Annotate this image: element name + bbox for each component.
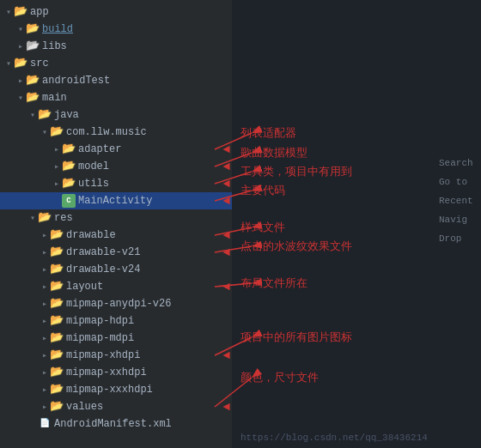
recent-button[interactable]: Recent (434, 192, 481, 209)
file-label-mipmap-hdpi: mipmap-hdpi (66, 315, 134, 327)
tree-arrow-java (27, 110, 38, 120)
tree-arrow-com.llw.music (40, 127, 50, 137)
file-label-androidTest: androidTest (42, 75, 110, 87)
tree-arrow-mipmap-anydpi-v26 (40, 299, 50, 309)
tree-arrow-app (3, 7, 14, 17)
annotation-utils: 工具类，项目中有用到 (240, 164, 352, 179)
tree-item-libs[interactable]: 📂libs (0, 38, 232, 55)
file-label-app: app (30, 6, 49, 18)
file-tree: 📂app📂build📂libs📂src📂androidTest📂main📂jav… (0, 0, 232, 436)
tree-item-src[interactable]: 📂src (0, 55, 232, 72)
file-label-utils: utils (78, 178, 109, 190)
file-tree-panel: 📂app📂build📂libs📂src📂androidTest📂main📂jav… (0, 0, 232, 448)
tree-item-MainActivity[interactable]: CMainActivity◄ (0, 192, 232, 209)
file-label-drawable-v24: drawable-v24 (66, 263, 140, 275)
file-label-values: values (66, 401, 103, 413)
tree-arrow-res (27, 213, 38, 223)
file-icon-mipmap-xxhdpi: 📂 (50, 366, 64, 379)
file-label-java: java (54, 109, 79, 121)
file-icon-src: 📂 (14, 57, 27, 70)
tree-item-main[interactable]: 📂main (0, 89, 232, 106)
annotation-mipmap-xhdpi: 项目中的所有图片图标 (240, 330, 352, 345)
tree-item-build[interactable]: 📂build (0, 21, 232, 38)
file-icon-mipmap-xxxhdpi: 📂 (50, 383, 64, 397)
file-label-mipmap-xhdpi: mipmap-xhdpi (66, 349, 140, 361)
tree-item-res[interactable]: 📂res (0, 209, 232, 227)
tree-item-mipmap-mdpi[interactable]: 📂mipmap-mdpi (0, 330, 232, 347)
file-icon-java: 📂 (38, 108, 52, 122)
tree-item-adapter[interactable]: 📂adapter◄ (0, 141, 232, 158)
tree-item-mipmap-hdpi[interactable]: 📂mipmap-hdpi (0, 312, 232, 330)
tree-arrow-mipmap-hdpi (40, 316, 50, 326)
tree-item-com.llw.music[interactable]: 📂com.llw.music (0, 124, 232, 141)
drop-button[interactable]: Drop (434, 230, 481, 247)
tree-arrow-androidTest (15, 76, 26, 86)
file-label-res: res (54, 212, 73, 224)
file-label-drawable-v21: drawable-v21 (66, 246, 140, 258)
file-label-com.llw.music: com.llw.music (66, 126, 147, 138)
file-label-AndroidManifest.xml: AndroidManifest.xml (54, 418, 172, 430)
tree-item-values[interactable]: 📂values◄ (0, 398, 232, 415)
tree-item-drawable-v24[interactable]: 📂drawable-v24 (0, 261, 232, 278)
annotation-drawable: 样式文件 (240, 220, 285, 235)
annotation-drawable-v21: 点击的水波纹效果文件 (240, 239, 352, 254)
file-label-libs: libs (42, 40, 67, 52)
tree-item-model[interactable]: 📂model◄ (0, 158, 232, 175)
file-icon-layout: 📂 (50, 280, 64, 294)
file-label-build: build (42, 23, 73, 35)
tree-arrow-libs (15, 41, 26, 51)
tree-item-mipmap-xhdpi[interactable]: 📂mipmap-xhdpi◄ (0, 347, 232, 364)
search-button[interactable]: Search (434, 154, 481, 172)
tree-item-app[interactable]: 📂app (0, 3, 232, 21)
file-label-mipmap-xxhdpi: mipmap-xxhdpi (66, 366, 147, 378)
annotation-layout: 布局文件所在 (240, 275, 307, 291)
file-label-adapter: adapter (78, 143, 121, 155)
tree-arrow-main (15, 93, 26, 103)
file-label-mipmap-mdpi: mipmap-mdpi (66, 332, 134, 344)
file-icon-build: 📂 (26, 22, 40, 36)
file-icon-com.llw.music: 📂 (50, 125, 64, 139)
tree-item-mipmap-xxhdpi[interactable]: 📂mipmap-xxhdpi (0, 364, 232, 381)
tree-arrow-model (52, 161, 62, 172)
navigate-button[interactable]: Navig (434, 211, 481, 228)
tree-item-AndroidManifest.xml[interactable]: 📄AndroidManifest.xml (0, 415, 232, 433)
tree-arrow-values (40, 402, 50, 412)
tree-arrow-layout (40, 282, 50, 292)
annotation-model: 歌曲数据模型 (240, 145, 307, 160)
tree-item-drawable[interactable]: 📂drawable◄ (0, 227, 232, 244)
file-label-mipmap-xxxhdpi: mipmap-xxxhdpi (66, 384, 153, 396)
file-icon-utils: 📂 (62, 177, 76, 191)
file-icon-mipmap-anydpi-v26: 📂 (50, 297, 64, 311)
annotation-panel: Search Go to Recent Navig Drop https://b… (232, 0, 481, 448)
tree-item-layout[interactable]: 📂layout◄ (0, 278, 232, 295)
tree-arrow-mipmap-xhdpi (40, 350, 50, 360)
annotation-values: 颜色，尺寸文件 (240, 370, 319, 385)
tree-item-androidTest[interactable]: 📂androidTest (0, 72, 232, 89)
file-icon-AndroidManifest.xml: 📄 (38, 417, 52, 431)
tree-arrow-mipmap-xxhdpi (40, 367, 50, 378)
file-icon-model: 📂 (62, 160, 76, 173)
file-label-main: main (42, 92, 67, 104)
file-icon-res: 📂 (38, 211, 52, 225)
tree-arrow-drawable (40, 230, 50, 240)
file-icon-mipmap-mdpi: 📂 (50, 331, 64, 345)
tree-item-java[interactable]: 📂java (0, 106, 232, 124)
file-icon-adapter: 📂 (62, 142, 76, 156)
tree-arrow-drawable-v21 (40, 247, 50, 257)
file-icon-app: 📂 (14, 5, 27, 19)
file-icon-libs: 📂 (26, 39, 40, 53)
tree-item-mipmap-anydpi-v26[interactable]: 📂mipmap-anydpi-v26 (0, 295, 232, 312)
goto-button[interactable]: Go to (434, 173, 481, 191)
file-icon-mipmap-xhdpi: 📂 (50, 348, 64, 362)
tree-arrow-mipmap-mdpi (40, 333, 50, 343)
tree-item-drawable-v21[interactable]: 📂drawable-v21◄ (0, 244, 232, 261)
file-icon-drawable-v24: 📂 (50, 263, 64, 276)
tree-item-mipmap-xxxhdpi[interactable]: 📂mipmap-xxxhdpi (0, 381, 232, 398)
tree-arrow-src (3, 58, 14, 69)
file-icon-drawable: 📂 (50, 228, 64, 242)
tree-arrow-adapter (52, 144, 62, 154)
tree-item-utils[interactable]: 📂utils◄ (0, 175, 232, 192)
tree-arrow-utils (52, 179, 62, 189)
file-label-src: src (30, 58, 49, 70)
file-icon-values: 📂 (50, 400, 64, 414)
